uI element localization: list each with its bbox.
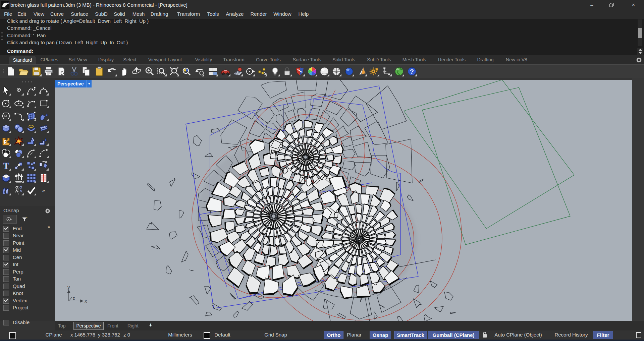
svg-text:y: y [67, 284, 70, 290]
svg-text:8: 8 [8, 1, 9, 4]
svg-text:x: x [85, 298, 87, 304]
svg-text:z: z [73, 296, 75, 301]
